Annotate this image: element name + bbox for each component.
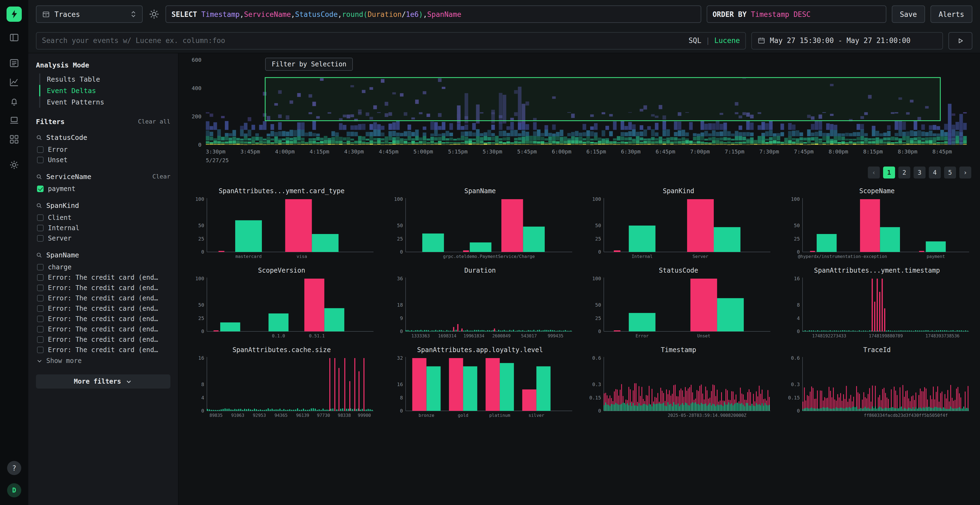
filter-by-selection-button[interactable]: Filter by Selection [265, 58, 353, 71]
mini-chart-spankind[interactable]: SpanKind02550100InternalServer [584, 187, 773, 260]
page-prev[interactable]: ‹ [868, 167, 880, 178]
checkbox[interactable] [37, 346, 43, 353]
filter-option[interactable]: Error: The credit card (end… [36, 313, 170, 324]
mini-chart-spanattributes-yment-timestamp[interactable]: SpanAttributes...yment.timestamp04816174… [783, 267, 971, 340]
svg-text:100: 100 [592, 276, 601, 281]
mini-chart-spanname[interactable]: SpanName02550100grpc.oteldemo.PaymentSer… [386, 187, 574, 260]
search-input[interactable] [42, 37, 684, 44]
run-query-button[interactable] [948, 32, 972, 49]
mini-chart-timestamp[interactable]: Timestamp00.150.30.62025-05-28T03:59:14.… [584, 346, 773, 419]
mini-chart-traceid[interactable]: TraceId00.150.30.6ff860334facdb23d3f430f… [783, 346, 971, 419]
svg-text:543017: 543017 [521, 333, 536, 338]
more-filters-button[interactable]: More filters [36, 375, 170, 389]
bell-icon[interactable] [9, 96, 20, 106]
checkbox[interactable] [37, 326, 43, 332]
source-select[interactable]: Traces [36, 5, 143, 23]
filter-option[interactable]: charge [36, 262, 170, 272]
mini-chart-statuscode[interactable]: StatusCode02550100ErrorUnset [584, 267, 773, 340]
mini-chart-spanattributes-cache-size[interactable]: SpanAttributes.cache.size048168983591063… [187, 346, 376, 419]
analysis-mode-event-deltas[interactable]: Event Deltas [39, 85, 170, 96]
filter-option[interactable]: Error: The credit card (end… [36, 324, 170, 334]
line-chart-icon[interactable] [9, 77, 20, 87]
mini-chart-spanattributes-yment-card-type[interactable]: SpanAttributes...yment.card_type02550100… [187, 187, 376, 260]
svg-text:8: 8 [797, 302, 800, 308]
filter-option[interactable]: Error: The credit card (end… [36, 293, 170, 303]
mini-chart-duration[interactable]: Duration09183613333631698314199618342600… [386, 267, 574, 340]
filter-option[interactable]: Server [36, 233, 170, 243]
mini-chart-title: SpanAttributes.app.loyalty.level [386, 346, 574, 354]
svg-text:grpc.oteldemo.PaymentService/C: grpc.oteldemo.PaymentService/Charge [442, 254, 535, 259]
checkbox[interactable] [37, 274, 43, 281]
filter-option[interactable]: Error: The credit card (end… [36, 303, 170, 313]
page-2[interactable]: 2 [898, 167, 910, 178]
checkbox[interactable] [37, 214, 43, 221]
checkbox[interactable] [37, 224, 43, 231]
blocks-icon[interactable] [9, 134, 20, 145]
filter-option-label: Client [48, 214, 72, 221]
svg-text:50: 50 [794, 222, 800, 228]
mini-chart-spanattributes-app-loyalty-level[interactable]: SpanAttributes.app.loyalty.level081632br… [386, 346, 574, 419]
laptop-icon[interactable] [9, 115, 20, 126]
checkbox-checked[interactable] [37, 185, 43, 192]
page-4[interactable]: 4 [929, 167, 941, 178]
filter-option[interactable]: Error [36, 144, 170, 154]
clear-all-filters[interactable]: Clear all [138, 118, 170, 125]
svg-text:0.1.0: 0.1.0 [272, 333, 285, 338]
checkbox[interactable] [37, 156, 43, 163]
svg-text:bronze: bronze [418, 413, 434, 418]
timeline-chart[interactable]: Filter by Selection 02004006003:30pm3:45… [187, 58, 971, 165]
mini-chart-scopename[interactable]: ScopeName02550100@hyperdx/instrumentatio… [783, 187, 971, 260]
filter-option[interactable]: Unset [36, 154, 170, 165]
search-bar[interactable]: SQL | Lucene [36, 32, 746, 49]
mode-lucene-toggle[interactable]: Lucene [714, 37, 740, 44]
checkbox[interactable] [37, 295, 43, 301]
filter-group-clear[interactable]: Clear [153, 173, 170, 180]
mini-chart-scopeversion[interactable]: ScopeVersion025501000.1.00.51.1 [187, 267, 376, 340]
filter-option[interactable]: Internal [36, 222, 170, 233]
page-5[interactable]: 5 [944, 167, 956, 178]
page-3[interactable]: 3 [913, 167, 926, 178]
svg-text:7:00pm: 7:00pm [690, 148, 710, 155]
page-1[interactable]: 1 [883, 167, 895, 178]
app-logo[interactable] [6, 6, 22, 22]
svg-text:2600849: 2600849 [492, 333, 510, 338]
checkbox[interactable] [37, 305, 43, 311]
mini-chart-title: SpanAttributes...yment.timestamp [783, 267, 971, 274]
svg-text:0.6: 0.6 [791, 355, 800, 361]
user-avatar[interactable]: D [7, 483, 21, 497]
mode-divider: | [706, 37, 710, 44]
filter-option[interactable]: Error: The credit card (end… [36, 345, 170, 355]
checkbox[interactable] [37, 146, 43, 152]
svg-text:4: 4 [201, 395, 204, 400]
filter-option[interactable]: Client [36, 212, 170, 222]
page-next[interactable]: › [959, 167, 971, 178]
svg-text:silver: silver [528, 413, 544, 418]
checkbox[interactable] [37, 264, 43, 270]
mode-sql-toggle[interactable]: SQL [689, 37, 701, 44]
svg-text:9: 9 [399, 315, 402, 321]
analysis-mode-results-table[interactable]: Results Table [39, 73, 170, 85]
svg-text:19961834: 19961834 [463, 333, 484, 338]
filter-option-label: Unset [48, 156, 67, 164]
analysis-mode-event-patterns[interactable]: Event Patterns [39, 96, 170, 108]
checkbox[interactable] [37, 315, 43, 322]
panel-left-icon[interactable] [9, 32, 20, 43]
checkbox[interactable] [37, 284, 43, 291]
checkbox[interactable] [37, 235, 43, 241]
gear-icon[interactable] [9, 159, 20, 170]
event-list-icon[interactable] [9, 58, 20, 68]
alerts-button[interactable]: Alerts [931, 5, 972, 23]
source-settings-gear-icon[interactable] [148, 8, 160, 20]
show-more[interactable]: Show more [36, 357, 170, 365]
filter-option[interactable]: Error: The credit card (end… [36, 283, 170, 293]
timeline-heatmap[interactable]: 02004006003:30pm3:45pm4:00pm4:15pm4:30pm… [187, 58, 970, 165]
date-range-picker[interactable]: May 27 15:30:00 - May 27 21:00:00 [751, 32, 943, 49]
filter-option[interactable]: Error: The credit card (end… [36, 272, 170, 283]
save-button[interactable]: Save [891, 5, 925, 23]
help-button[interactable]: ? [7, 461, 21, 475]
sql-query-input[interactable]: SELECT Timestamp,ServiceName,StatusCode,… [165, 5, 701, 23]
order-by-input[interactable]: ORDER BY Timestamp DESC [706, 5, 886, 23]
checkbox[interactable] [37, 336, 43, 343]
filter-option[interactable]: Error: The credit card (end… [36, 334, 170, 345]
filter-option[interactable]: payment [36, 183, 170, 194]
